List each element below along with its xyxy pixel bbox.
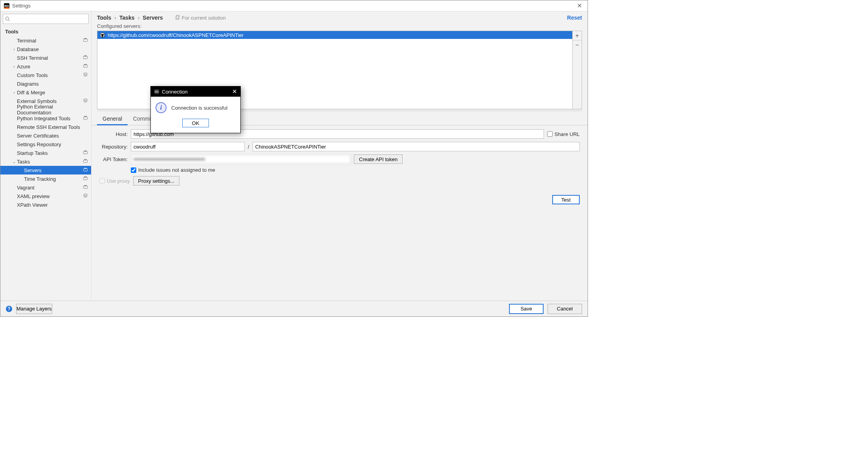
settings-search[interactable] xyxy=(3,14,89,24)
tree-item-label: Servers xyxy=(24,167,83,173)
breadcrumb-mid[interactable]: Tasks xyxy=(119,15,135,21)
svg-text:RD: RD xyxy=(155,90,159,93)
breadcrumb-leaf: Servers xyxy=(143,15,163,21)
svg-rect-14 xyxy=(84,151,86,151)
dialog-message: Connection is successful xyxy=(171,105,227,111)
api-token-input[interactable] xyxy=(131,154,351,164)
save-button[interactable]: Save xyxy=(509,304,544,314)
sidebar-item-settings-repository[interactable]: Settings Repository xyxy=(0,140,91,149)
expand-arrow-icon: ⌄ xyxy=(11,160,17,164)
scope-badge-icon xyxy=(83,98,88,104)
tree-item-label: Remote SSH External Tools xyxy=(17,124,88,130)
app-logo-icon: RD xyxy=(154,89,159,94)
sidebar-item-xaml-preview[interactable]: XAML preview xyxy=(0,192,91,200)
scope-badge-icon xyxy=(83,193,88,199)
include-issues-checkbox[interactable]: Include issues not assigned to me xyxy=(131,167,215,173)
repo-name-input[interactable] xyxy=(253,142,580,151)
tree-item-label: SSH Terminal xyxy=(17,55,83,61)
sidebar-item-database[interactable]: ›Database xyxy=(0,45,91,53)
dialog-close-icon[interactable]: ✕ xyxy=(232,88,237,95)
sidebar-item-custom-tools[interactable]: Custom Tools xyxy=(0,71,91,79)
expand-arrow-icon: › xyxy=(11,90,17,95)
share-url-checkbox[interactable]: Share URL xyxy=(547,131,580,137)
tree-item-label: Custom Tools xyxy=(17,72,83,78)
info-icon: i xyxy=(156,102,167,113)
reset-link[interactable]: Reset xyxy=(567,15,582,21)
api-token-label: API Token: xyxy=(99,156,128,162)
sidebar-item-python-integrated-tools[interactable]: Python Integrated Tools xyxy=(0,114,91,123)
svg-rect-16 xyxy=(84,159,86,160)
breadcrumb-root[interactable]: Tools xyxy=(97,15,111,21)
scope-badge-icon xyxy=(83,184,88,191)
proxy-settings-button[interactable]: Proxy settings... xyxy=(133,176,179,185)
expand-arrow-icon: › xyxy=(11,47,17,51)
server-url: https://github.com/cwoodruff/ChinookASPN… xyxy=(108,32,244,38)
sidebar-item-vagrant[interactable]: Vagrant xyxy=(0,183,91,192)
app-logo-icon: RD xyxy=(4,3,10,9)
search-icon xyxy=(5,16,10,22)
tree-item-label: Vagrant xyxy=(17,185,83,191)
svg-text:RD: RD xyxy=(4,4,9,8)
tree-item-label: Database xyxy=(17,46,88,52)
svg-rect-15 xyxy=(84,160,88,163)
sidebar-item-diff-merge[interactable]: ›Diff & Merge xyxy=(0,88,91,97)
remove-server-button[interactable]: − xyxy=(573,40,582,50)
sidebar-item-server-certificates[interactable]: Server Certificates xyxy=(0,131,91,140)
sidebar-item-servers[interactable]: Servers xyxy=(0,166,91,174)
repo-owner-input[interactable] xyxy=(131,142,245,151)
help-icon[interactable]: ? xyxy=(6,306,12,312)
sidebar-item-startup-tasks[interactable]: Startup Tasks xyxy=(0,149,91,157)
connection-dialog: RD Connection ✕ i Connection is successf… xyxy=(150,86,241,133)
tree-item-label: External Symbols xyxy=(17,98,83,104)
configured-servers-label: Configured servers: xyxy=(92,22,588,30)
sidebar-item-time-tracking[interactable]: Time Tracking xyxy=(0,174,91,183)
svg-rect-18 xyxy=(84,168,86,169)
svg-rect-22 xyxy=(84,185,86,186)
host-label: Host: xyxy=(99,131,128,137)
sidebar-item-terminal[interactable]: Terminal xyxy=(0,36,91,45)
search-input[interactable] xyxy=(12,16,87,22)
svg-point-3 xyxy=(5,17,9,20)
scope-badge-icon xyxy=(83,150,88,156)
create-api-token-button[interactable]: Create API token xyxy=(354,154,403,164)
sidebar-item-ssh-terminal[interactable]: SSH Terminal xyxy=(0,53,91,62)
dialog-ok-button[interactable]: OK xyxy=(182,119,209,127)
copy-icon xyxy=(175,15,180,20)
svg-rect-21 xyxy=(84,186,88,189)
manage-layers-button[interactable]: Manage Layers xyxy=(16,304,52,314)
window-close-icon[interactable]: ✕ xyxy=(575,2,584,9)
svg-rect-6 xyxy=(84,38,86,39)
window-title: Settings xyxy=(12,3,31,9)
scope-badge-icon xyxy=(83,55,88,61)
dialog-titlebar[interactable]: RD Connection ✕ xyxy=(151,86,240,97)
sidebar-item-azure[interactable]: ›Azure xyxy=(0,62,91,71)
cancel-button[interactable]: Cancel xyxy=(548,304,582,314)
sidebar-item-python-external-documentation[interactable]: Python External Documentation xyxy=(0,105,91,114)
tree-item-label: XPath Viewer xyxy=(17,202,88,208)
svg-rect-8 xyxy=(84,55,86,56)
tab-general[interactable]: General xyxy=(97,113,128,125)
chevron-right-icon: › xyxy=(114,15,116,21)
svg-rect-19 xyxy=(84,177,88,180)
server-list-item[interactable]: https://github.com/cwoodruff/ChinookASPN… xyxy=(97,31,572,39)
tree-item-label: Diagrams xyxy=(17,81,88,87)
add-server-button[interactable]: + xyxy=(573,31,582,40)
sidebar-item-xpath-viewer[interactable]: XPath Viewer xyxy=(0,200,91,209)
test-button[interactable]: Test xyxy=(552,195,580,204)
tree-item-label: Tasks xyxy=(17,159,83,165)
dialog-title: Connection xyxy=(162,89,188,95)
window-titlebar: RD Settings ✕ xyxy=(0,0,588,11)
sidebar-item-tasks[interactable]: ⌄Tasks xyxy=(0,157,91,166)
svg-rect-5 xyxy=(84,39,88,42)
tree-item-label: Startup Tasks xyxy=(17,150,83,156)
sidebar-item-remote-ssh-external-tools[interactable]: Remote SSH External Tools xyxy=(0,123,91,131)
dialog-footer: ? Manage Layers Save Cancel xyxy=(0,301,588,316)
tree-item-label: Server Certificates xyxy=(17,133,88,139)
expand-arrow-icon: › xyxy=(11,64,17,69)
sidebar-item-diagrams[interactable]: Diagrams xyxy=(0,79,91,88)
scope-badge-icon xyxy=(83,72,88,78)
settings-tree: Tools Terminal›DatabaseSSH Terminal›Azur… xyxy=(0,26,91,301)
chevron-right-icon: › xyxy=(138,15,140,21)
svg-rect-9 xyxy=(84,65,88,68)
svg-rect-13 xyxy=(84,151,88,154)
